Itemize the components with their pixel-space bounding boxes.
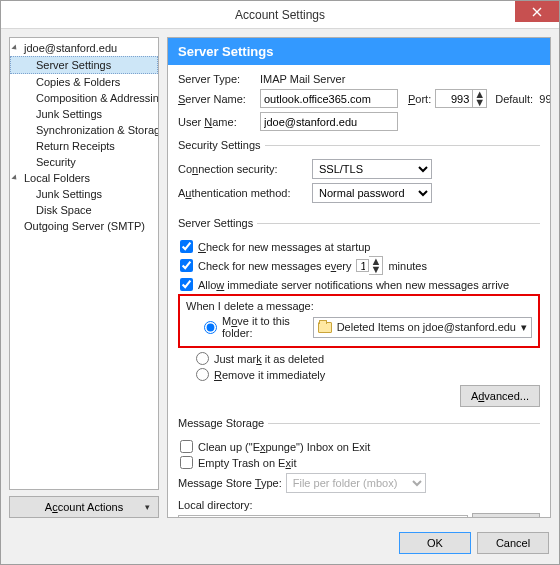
expunge-checkbox[interactable]: Clean up ("Expunge") Inbox on Exit: [180, 440, 540, 453]
cancel-button[interactable]: Cancel: [477, 532, 549, 554]
account-actions-label: Account Actions: [45, 501, 123, 513]
tree-item-sync[interactable]: Synchronization & Storage: [10, 122, 158, 138]
server-type-label: Server Type:: [178, 73, 256, 85]
port-spinner[interactable]: ▲▼: [435, 89, 487, 108]
allow-idle-checkbox[interactable]: Allow immediate server notifications whe…: [180, 278, 540, 291]
check-interval-row: Check for new messages every ▲▼ minutes: [180, 256, 540, 275]
port-label: Port:: [408, 93, 431, 105]
account-settings-window: Account Settings jdoe@stanford.edu Serve…: [0, 0, 560, 565]
close-icon: [532, 7, 542, 17]
auth-method-label: Authentication method:: [178, 187, 308, 199]
local-directory-label: Local directory:: [178, 499, 540, 511]
tree-item-disk-space[interactable]: Disk Space: [10, 202, 158, 218]
sidebar: jdoe@stanford.edu Server Settings Copies…: [9, 37, 159, 518]
username-input[interactable]: [260, 112, 398, 131]
tree-item-composition[interactable]: Composition & Addressing: [10, 90, 158, 106]
delete-message-label: When I delete a message:: [186, 300, 532, 312]
remove-immediately-radio[interactable]: Remove it immediately: [196, 368, 540, 381]
check-startup-checkbox[interactable]: Check for new messages at startup: [180, 240, 540, 253]
default-port-label: Default: 993: [495, 93, 550, 105]
advanced-button[interactable]: Advanced...: [460, 385, 540, 407]
tree-item-smtp[interactable]: Outgoing Server (SMTP): [10, 218, 158, 234]
connection-security-label: Connection security:: [178, 163, 308, 175]
panel-header: Server Settings: [168, 38, 550, 65]
server-name-input[interactable]: [260, 89, 398, 108]
store-type-select: File per folder (mbox): [286, 473, 426, 493]
spinner-arrows-icon[interactable]: ▲▼: [473, 89, 487, 108]
port-input[interactable]: [435, 89, 473, 108]
tree-item-server-settings[interactable]: Server Settings: [10, 56, 158, 74]
delete-highlight: When I delete a message: Move it to this…: [178, 294, 540, 348]
window-title: Account Settings: [1, 8, 559, 22]
minutes-label: minutes: [388, 260, 427, 272]
deleted-folder-label: Deleted Items on jdoe@stanford.edu: [337, 321, 516, 333]
main-panel: Server Settings Server Type: IMAP Mail S…: [167, 37, 551, 518]
tree-item-copies-folders[interactable]: Copies & Folders: [10, 74, 158, 90]
message-storage-legend: Message Storage: [178, 417, 268, 429]
tree-item-receipts[interactable]: Return Receipts: [10, 138, 158, 154]
check-interval-spinner[interactable]: ▲▼: [356, 256, 383, 275]
caret-down-icon: ▾: [145, 502, 150, 512]
deleted-folder-select[interactable]: Deleted Items on jdoe@stanford.edu ▾: [313, 317, 532, 338]
username-label: User Name:: [178, 116, 256, 128]
account-actions-button[interactable]: Account Actions ▾: [9, 496, 159, 518]
server-name-label: Server Name:: [178, 93, 256, 105]
connection-security-select[interactable]: SSL/TLS: [312, 159, 432, 179]
tree-account[interactable]: jdoe@stanford.edu: [10, 40, 158, 56]
empty-trash-checkbox[interactable]: Empty Trash on Exit: [180, 456, 540, 469]
server-type-value: IMAP Mail Server: [260, 73, 345, 85]
tree-item-junk[interactable]: Junk Settings: [10, 106, 158, 122]
auth-method-select[interactable]: Normal password: [312, 183, 432, 203]
folder-icon: [318, 322, 332, 333]
spinner-arrows-icon[interactable]: ▲▼: [369, 256, 383, 275]
server-settings-legend: Server Settings: [178, 217, 257, 229]
check-interval-checkbox[interactable]: [180, 259, 193, 272]
close-button[interactable]: [515, 1, 559, 22]
store-type-label: Message Store Type:: [178, 477, 282, 489]
local-directory-input[interactable]: [178, 515, 468, 518]
account-tree[interactable]: jdoe@stanford.edu Server Settings Copies…: [9, 37, 159, 490]
chevron-down-icon: ▾: [521, 321, 527, 334]
mark-deleted-radio[interactable]: Just mark it as deleted: [196, 352, 540, 365]
server-settings-group: Server Settings Check for new messages a…: [178, 217, 540, 409]
tree-item-security[interactable]: Security: [10, 154, 158, 170]
tree-item-local-junk[interactable]: Junk Settings: [10, 186, 158, 202]
check-interval-input[interactable]: [356, 259, 369, 272]
dialog-body: jdoe@stanford.edu Server Settings Copies…: [1, 29, 559, 526]
tree-local-folders[interactable]: Local Folders: [10, 170, 158, 186]
browse-button[interactable]: Browse...: [472, 513, 540, 517]
dialog-footer: OK Cancel: [1, 526, 559, 564]
titlebar: Account Settings: [1, 1, 559, 29]
move-to-folder-radio[interactable]: Move it to this folder: Deleted Items on…: [204, 315, 532, 339]
security-settings-group: Security Settings Connection security: S…: [178, 139, 540, 209]
message-storage-group: Message Storage Clean up ("Expunge") Inb…: [178, 417, 540, 517]
ok-button[interactable]: OK: [399, 532, 471, 554]
panel-body: Server Type: IMAP Mail Server Server Nam…: [168, 65, 550, 517]
security-legend: Security Settings: [178, 139, 265, 151]
